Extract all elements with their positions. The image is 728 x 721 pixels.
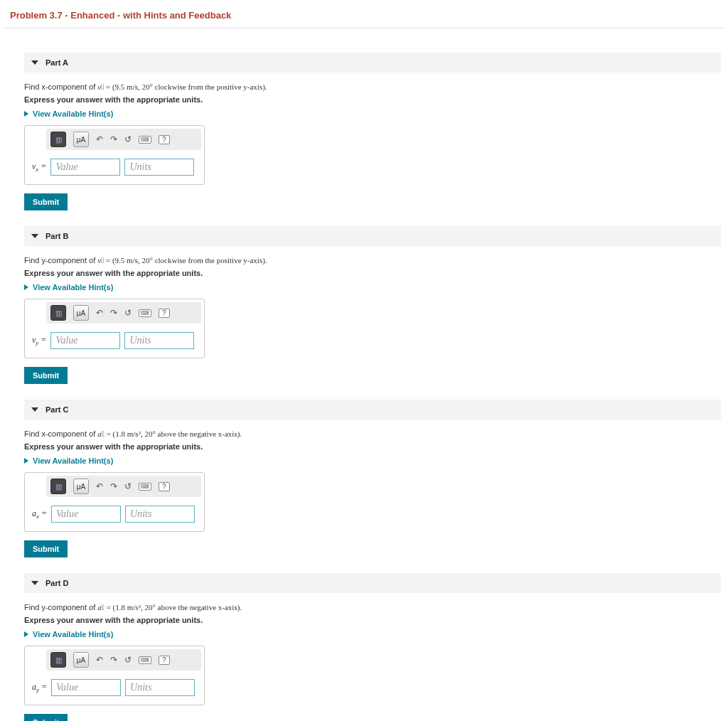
units-input[interactable]: Units: [124, 159, 194, 176]
keyboard-icon[interactable]: ⌨: [139, 136, 151, 144]
redo-icon[interactable]: ↷: [110, 134, 117, 144]
units-mu-a-button[interactable]: μA: [73, 652, 89, 668]
chevron-right-icon: [24, 458, 28, 464]
template-icon[interactable]: ▥: [50, 305, 66, 321]
help-button[interactable]: ?: [159, 309, 170, 318]
keyboard-icon[interactable]: ⌨: [139, 656, 151, 664]
chevron-down-icon: [31, 581, 38, 585]
help-button[interactable]: ?: [159, 656, 170, 665]
formatting-toolbar: ▥ μA ↶ ↷ ↺ ⌨ ?: [46, 129, 201, 150]
template-icon[interactable]: ▥: [50, 132, 66, 147]
reset-icon[interactable]: ↺: [124, 308, 132, 318]
answer-box: ▥ μA ↶ ↷ ↺ ⌨ ? ax = Value Units: [24, 472, 205, 532]
undo-icon[interactable]: ↶: [96, 134, 103, 144]
formatting-toolbar: ▥ μA ↶ ↷ ↺ ⌨ ?: [46, 476, 201, 497]
part-title: Part A: [46, 58, 68, 67]
chevron-down-icon: [31, 407, 38, 412]
part-header[interactable]: Part D: [24, 573, 721, 593]
variable-label: ay =: [32, 682, 47, 693]
part-prompt: Find x-component of a⃗ = (1.8 m/s², 20° …: [24, 429, 721, 438]
answer-box: ▥ μA ↶ ↷ ↺ ⌨ ? vy = Value Units: [24, 299, 205, 358]
submit-button[interactable]: Submit: [24, 540, 68, 557]
redo-icon[interactable]: ↷: [110, 481, 117, 491]
instruction-text: Express your answer with the appropriate…: [24, 95, 721, 104]
part-title: Part C: [46, 405, 68, 414]
reset-icon[interactable]: ↺: [124, 134, 132, 144]
units-input[interactable]: Units: [124, 332, 194, 349]
hints-label: View Available Hint(s): [33, 456, 113, 465]
units-mu-a-button[interactable]: μA: [73, 132, 89, 147]
variable-label: vy =: [32, 335, 46, 346]
value-input[interactable]: Value: [50, 159, 120, 176]
answer-box: ▥ μA ↶ ↷ ↺ ⌨ ? vx = Value Units: [24, 125, 205, 185]
chevron-right-icon: [24, 631, 28, 637]
part-prompt: Find x-component of v⃗ = (9.5 m/s, 20° c…: [24, 82, 721, 91]
undo-icon[interactable]: ↶: [96, 655, 103, 665]
keyboard-icon[interactable]: ⌨: [139, 309, 151, 317]
view-hints-link[interactable]: View Available Hint(s): [24, 456, 721, 465]
template-icon[interactable]: ▥: [50, 652, 66, 668]
part-prompt: Find y-component of v⃗ = (9.5 m/s, 20° c…: [24, 256, 721, 265]
instruction-text: Express your answer with the appropriate…: [24, 616, 721, 624]
chevron-down-icon: [31, 234, 38, 238]
chevron-right-icon: [24, 111, 28, 117]
variable-label: vx =: [32, 161, 46, 173]
redo-icon[interactable]: ↷: [110, 655, 117, 665]
part-header[interactable]: Part B: [24, 226, 721, 246]
units-mu-a-button[interactable]: μA: [73, 305, 89, 321]
chevron-down-icon: [31, 60, 38, 65]
variable-label: ax =: [32, 508, 47, 520]
help-button[interactable]: ?: [159, 482, 170, 491]
undo-icon[interactable]: ↶: [96, 481, 103, 491]
answer-box: ▥ μA ↶ ↷ ↺ ⌨ ? ay = Value Units: [24, 646, 205, 705]
hints-label: View Available Hint(s): [33, 630, 113, 639]
reset-icon[interactable]: ↺: [124, 655, 132, 665]
part-header[interactable]: Part A: [24, 53, 721, 73]
reset-icon[interactable]: ↺: [124, 481, 132, 491]
formatting-toolbar: ▥ μA ↶ ↷ ↺ ⌨ ?: [46, 649, 201, 671]
help-button[interactable]: ?: [159, 135, 170, 144]
template-icon[interactable]: ▥: [50, 479, 66, 494]
problem-title: Problem 3.7 - Enhanced - with Hints and …: [0, 0, 728, 28]
view-hints-link[interactable]: View Available Hint(s): [24, 110, 721, 118]
keyboard-icon[interactable]: ⌨: [139, 483, 151, 491]
units-input[interactable]: Units: [125, 506, 195, 523]
value-input[interactable]: Value: [50, 332, 120, 349]
units-input[interactable]: Units: [125, 679, 195, 696]
submit-button[interactable]: Submit: [24, 367, 68, 384]
redo-icon[interactable]: ↷: [110, 308, 117, 318]
hints-label: View Available Hint(s): [33, 110, 113, 118]
view-hints-link[interactable]: View Available Hint(s): [24, 283, 721, 292]
instruction-text: Express your answer with the appropriate…: [24, 269, 721, 277]
part-header[interactable]: Part C: [24, 400, 721, 420]
hints-label: View Available Hint(s): [33, 283, 113, 292]
part-title: Part D: [46, 579, 68, 587]
submit-button[interactable]: Submit: [24, 714, 68, 721]
submit-button[interactable]: Submit: [24, 193, 68, 210]
value-input[interactable]: Value: [51, 506, 121, 523]
undo-icon[interactable]: ↶: [96, 308, 103, 318]
part-prompt: Find y-component of a⃗ = (1.8 m/s², 20° …: [24, 603, 721, 611]
value-input[interactable]: Value: [51, 679, 121, 696]
view-hints-link[interactable]: View Available Hint(s): [24, 630, 721, 639]
formatting-toolbar: ▥ μA ↶ ↷ ↺ ⌨ ?: [46, 302, 201, 324]
units-mu-a-button[interactable]: μA: [73, 479, 89, 494]
instruction-text: Express your answer with the appropriate…: [24, 442, 721, 451]
chevron-right-icon: [24, 284, 28, 290]
part-title: Part B: [46, 232, 68, 240]
